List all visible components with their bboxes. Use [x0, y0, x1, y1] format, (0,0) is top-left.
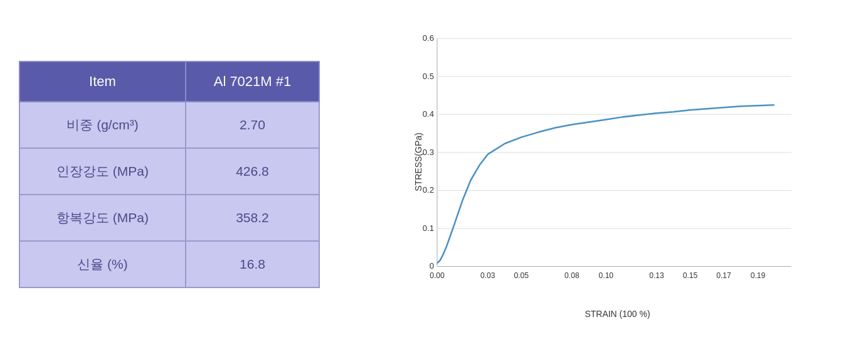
row-value: 358.2: [186, 195, 319, 241]
row-value: 16.8: [186, 241, 319, 287]
col-item-header: Item: [19, 62, 186, 102]
svg-text:0.2: 0.2: [423, 185, 434, 195]
x-axis-label: STRAIN (100 %): [437, 309, 798, 319]
table-row: 항복강도 (MPa)358.2: [19, 195, 319, 241]
svg-text:0.00: 0.00: [430, 271, 445, 280]
table-row: 인장강도 (MPa)426.8: [19, 148, 319, 195]
svg-text:0.5: 0.5: [423, 72, 434, 81]
row-label: 비중 (g/cm³): [19, 102, 186, 148]
table-row: 비중 (g/cm³)2.70: [19, 102, 319, 148]
svg-text:0.4: 0.4: [423, 109, 434, 119]
svg-text:0.19: 0.19: [751, 271, 766, 280]
data-table-panel: Item Al 7021M #1 비중 (g/cm³)2.70인장강도 (MPa…: [19, 61, 320, 288]
stress-strain-chart: STRESS(GPa) 0 0.1 0.2 0.3: [403, 30, 804, 319]
svg-text:0.05: 0.05: [514, 271, 529, 280]
svg-text:0: 0: [430, 261, 434, 271]
chart-panel: STRESS(GPa) 0 0.1 0.2 0.3: [357, 30, 849, 319]
col-material-header: Al 7021M #1: [186, 62, 319, 102]
svg-text:0.17: 0.17: [716, 271, 731, 280]
svg-text:0.1: 0.1: [423, 223, 434, 233]
svg-text:0.13: 0.13: [649, 271, 664, 280]
row-value: 2.70: [186, 102, 319, 148]
svg-text:0.10: 0.10: [599, 271, 614, 280]
row-value: 426.8: [186, 148, 319, 195]
svg-text:0.03: 0.03: [480, 271, 495, 280]
row-label: 인장강도 (MPa): [19, 148, 186, 195]
chart-plot-area: 0 0.1 0.2 0.3 0.4 0.5 0.6 0.00 0.03 0.05…: [437, 36, 798, 287]
svg-text:0.6: 0.6: [423, 33, 434, 43]
row-label: 신율 (%): [19, 241, 186, 287]
svg-text:0.3: 0.3: [423, 148, 434, 157]
svg-text:0.08: 0.08: [564, 271, 580, 280]
chart-svg: 0 0.1 0.2 0.3 0.4 0.5 0.6 0.00 0.03 0.05…: [437, 36, 798, 287]
svg-text:0.15: 0.15: [683, 271, 698, 280]
material-table: Item Al 7021M #1 비중 (g/cm³)2.70인장강도 (MPa…: [19, 61, 320, 288]
row-label: 항복강도 (MPa): [19, 195, 186, 241]
table-row: 신율 (%)16.8: [19, 241, 319, 287]
